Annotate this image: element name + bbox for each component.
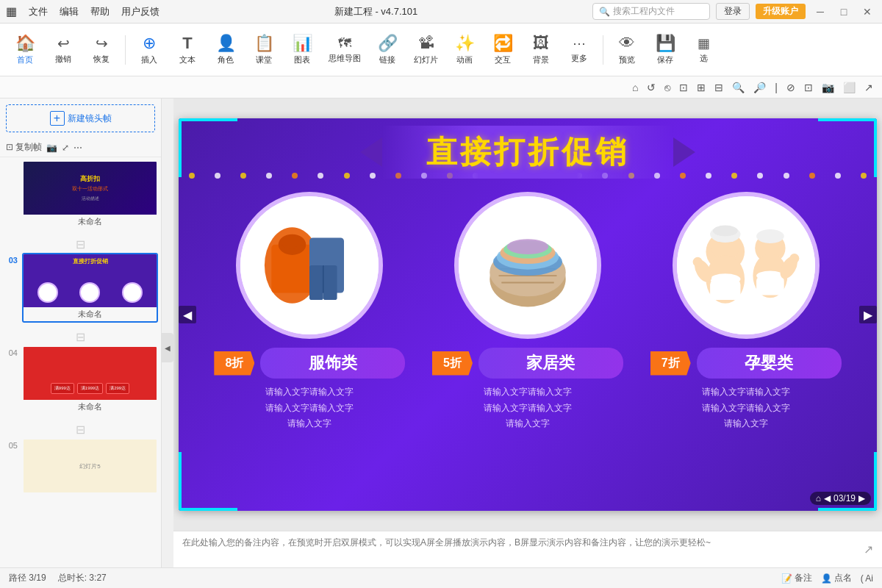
text-icon: T [182,34,192,53]
ai-button[interactable]: ( Ai [861,573,873,584]
toolbar-text[interactable]: T 文本 [170,31,205,68]
toolbar-insert[interactable]: ⊕ 插入 [132,31,167,68]
toolbar-select[interactable]: ▦ 选 [686,32,721,67]
camera-action-button[interactable]: 📷 [46,143,57,153]
toolbar-redo[interactable]: ↪ 恢复 [84,32,119,68]
upgrade-button[interactable]: 升级账户 [756,4,806,19]
search-box[interactable]: 🔍 搜索工程内文件 [592,3,710,20]
notes-button[interactable]: 📝 备注 [781,572,812,584]
icon-tool-camera[interactable]: 📷 [819,80,837,95]
home-label: 首页 [17,54,33,65]
toolbar-classroom[interactable]: 📋 课堂 [246,31,282,68]
slide-title-bg: 直接打折促销 [382,126,673,179]
title-left-arrow [360,137,382,167]
animate-label: 动画 [456,54,473,65]
icon-tool-align[interactable]: ⊘ [784,80,798,95]
insert-icon: ⊕ [143,34,156,53]
discount-row-2: 5折 家居类 [432,348,623,379]
slide-canvas: 直接打折促销 [179,118,877,511]
home-nav-icon[interactable]: ⌂ [816,493,821,503]
product-item-2: 5折 家居类 请输入文字请输入文字 请输入文字请输入文字 请输入文字 [432,192,623,432]
toolbar-role[interactable]: 👤 角色 [208,31,243,68]
menu-help[interactable]: 帮助 [90,5,110,18]
save-icon: 💾 [656,34,675,53]
product-image-3 [677,196,815,334]
new-frame-label: 新建镜头帧 [68,112,112,125]
svg-point-23 [713,225,738,236]
main-content: + 新建镜头帧 ⊡ 复制帧 📷 ⤢ ⋯ 高折扣 双十一活 [0,98,882,567]
toolbar-mindmap[interactable]: 🗺 思维导图 [323,33,367,67]
icon-tool-grid1[interactable]: ⊡ [676,80,691,95]
icon-tool-expand[interactable]: ↗ [861,80,876,95]
icon-tool-grid2[interactable]: ⊞ [694,80,709,95]
toolbar-divider-1 [125,35,126,65]
discount-row-1: 8折 服饰类 [214,348,405,379]
icon-tool-zoom-in[interactable]: 🔍 [729,80,747,95]
link-icon: 🔗 [378,34,398,53]
bg-icon: 🖼 [533,34,549,53]
toolbar-ppt[interactable]: 📽 幻灯片 [408,31,444,68]
more-action-button[interactable]: ⋯ [74,143,82,153]
close-button[interactable]: ✕ [858,6,876,18]
slide-separator-3: ⊟ [3,421,158,438]
notes-textarea[interactable] [182,537,864,563]
path-status: 路径 3/19 [9,572,46,584]
product-circle-3 [673,192,820,339]
icon-tool-grid3[interactable]: ⊟ [711,80,726,95]
notes-expand-button[interactable]: ↗ [864,542,873,556]
menu-feedback[interactable]: 用户反馈 [121,5,159,18]
sidebar-collapse-button[interactable]: ◀ [162,333,173,362]
undo-icon: ↩ [57,35,70,52]
menu-edit[interactable]: 编辑 [60,5,79,18]
role-label: 角色 [218,54,234,65]
slide-nav-right-button[interactable]: ▶ [859,306,877,323]
toolbar-preview[interactable]: 👁 预览 [609,31,645,68]
slide-nav-left-button[interactable]: ◀ [179,306,196,323]
call-button[interactable]: 👤 点名 [821,572,852,584]
toolbar-animate[interactable]: ✨ 动画 [447,31,482,68]
product-desc-1: 请输入文字请输入文字 请输入文字请输入文字 请输入文字 [265,384,354,432]
mindmap-label: 思维导图 [329,53,361,64]
copy-frame-button[interactable]: ⊡ 复制帧 [6,141,42,154]
status-left: 路径 3/19 总时长: 3:27 [9,572,107,584]
slide-item-5[interactable]: 05 幻灯片5 [3,438,158,494]
toolbar-more[interactable]: ⋯ 更多 [562,32,597,67]
call-label: 点名 [834,572,852,584]
insert-label: 插入 [141,54,157,65]
product-item-1: 8折 服饰类 请输入文字请输入文字 请输入文字请输入文字 请输入文字 [214,192,405,432]
minimize-button[interactable]: ─ [811,6,829,18]
icon-tool-home[interactable]: ⌂ [629,80,641,95]
slide-num-5: 05 [3,438,18,450]
icon-tool-escape[interactable]: ⎋ [662,80,673,95]
home-icon: 🏠 [15,34,35,53]
discount-badge-1: 8折 [214,351,254,376]
login-button[interactable]: 登录 [716,3,750,20]
slide-item-4[interactable]: 04 满999达 满1999达 满299达 未命名 [3,345,158,415]
menu-file[interactable]: 文件 [29,5,48,18]
fit-action-button[interactable]: ⤢ [62,143,69,153]
slide-num-1 [3,160,18,163]
toolbar-link[interactable]: 🔗 链接 [370,31,405,68]
slide-item-3[interactable]: 03 直接打折促销 未命名 [3,253,158,323]
icon-tool-undo[interactable]: ↺ [644,80,659,95]
icon-tool-rect[interactable]: ⬜ [840,80,858,95]
icon-tool-zoom-out[interactable]: 🔎 [750,80,769,95]
svg-point-26 [710,273,740,284]
classroom-icon: 📋 [254,34,274,53]
discount-badge-2: 5折 [432,351,473,376]
sidebar: + 新建镜头帧 ⊡ 复制帧 📷 ⤢ ⋯ 高折扣 双十一活 [0,98,162,567]
category-name-1: 服饰类 [260,348,405,379]
toolbar-undo[interactable]: ↩ 撤销 [46,32,81,68]
svg-point-30 [756,229,784,243]
new-frame-button[interactable]: + 新建镜头帧 [6,104,155,132]
icon-tool-frame[interactable]: ⊡ [801,80,816,95]
slide-item-1[interactable]: 高折扣 双十一活动形式 活动描述 未命名 [3,160,158,230]
toolbar-chart[interactable]: 📊 图表 [284,31,320,68]
next-slide-button[interactable]: ▶ [858,493,865,503]
toolbar-interact[interactable]: 🔁 交互 [485,31,520,68]
toolbar-save[interactable]: 💾 保存 [648,31,683,68]
prev-slide-button[interactable]: ◀ [824,493,831,503]
maximize-button[interactable]: □ [835,6,853,18]
toolbar-home[interactable]: 🏠 首页 [7,31,43,68]
toolbar-bg[interactable]: 🖼 背景 [523,31,559,68]
